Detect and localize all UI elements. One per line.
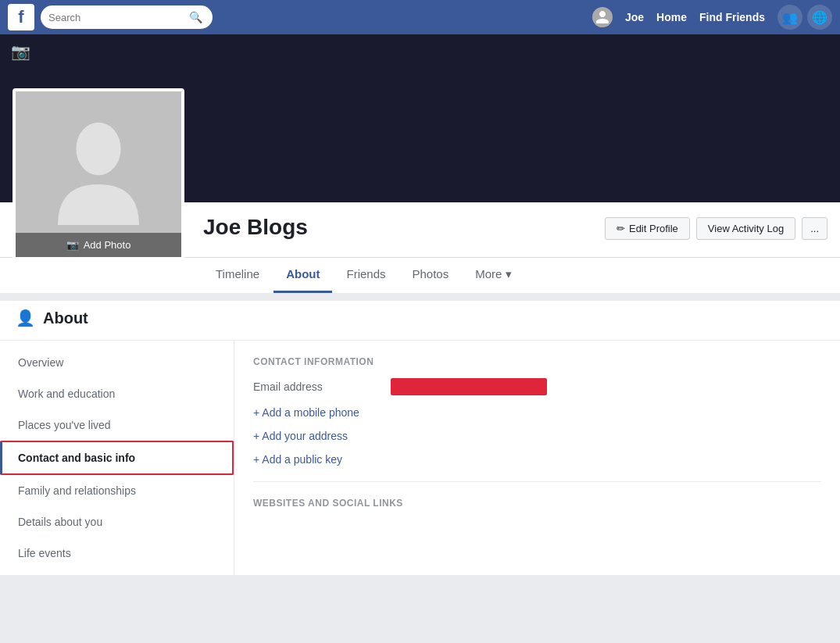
sidebar-item-family[interactable]: Family and relationships	[0, 475, 234, 506]
profile-section: 📷 Add Photo Joe Blogs ✏ Edit Profile Vie…	[0, 202, 840, 293]
profile-actions: ✏ Edit Profile View Activity Log ...	[605, 217, 827, 240]
more-options-button[interactable]: ...	[802, 217, 827, 240]
navbar: f 🔍 Joe Home Find Friends 👥 🌐	[0, 0, 840, 34]
avatar[interactable]	[592, 7, 613, 27]
add-address-link[interactable]: + Add your address	[253, 430, 821, 442]
friends-icon[interactable]: 👥	[777, 5, 802, 30]
tab-about[interactable]: About	[273, 258, 332, 293]
websites-section-label: WEBSITES AND SOCIAL LINKS	[253, 498, 821, 509]
section-divider-thin	[253, 481, 821, 482]
activity-log-label: View Activity Log	[708, 223, 784, 234]
nav-icons: 👥 🌐	[777, 5, 832, 30]
person-icon: 👤	[16, 309, 35, 327]
about-wrapper: 👤 About Overview Work and education Plac…	[0, 301, 840, 575]
about-header: 👤 About	[0, 301, 840, 341]
profile-info-bar: Joe Blogs ✏ Edit Profile View Activity L…	[0, 202, 840, 249]
search-bar: 🔍	[41, 5, 213, 29]
cover-camera-icon[interactable]: 📷	[11, 42, 30, 61]
add-mobile-link[interactable]: + Add a mobile phone	[253, 406, 821, 419]
tab-friends[interactable]: Friends	[334, 258, 398, 293]
contact-section-label: CONTACT INFORMATION	[253, 356, 821, 367]
navbar-right: Joe Home Find Friends 👥 🌐	[592, 5, 832, 30]
about-container: Overview Work and education Places you'v…	[0, 341, 840, 575]
dots-icon: ...	[810, 223, 819, 234]
about-sidebar: Overview Work and education Places you'v…	[0, 341, 234, 575]
tab-timeline[interactable]: Timeline	[203, 258, 272, 293]
navbar-home[interactable]: Home	[656, 11, 687, 23]
edit-profile-button[interactable]: ✏ Edit Profile	[605, 217, 690, 240]
add-key-link[interactable]: + Add a public key	[253, 453, 821, 466]
about-title: About	[43, 309, 88, 327]
tab-more[interactable]: More ▾	[463, 258, 524, 293]
activity-log-button[interactable]: View Activity Log	[696, 217, 795, 240]
pencil-icon: ✏	[617, 223, 625, 234]
tab-photos[interactable]: Photos	[400, 258, 462, 293]
search-input[interactable]	[48, 12, 189, 23]
edit-profile-label: Edit Profile	[629, 223, 678, 234]
sidebar-item-places[interactable]: Places you've lived	[0, 409, 234, 441]
navbar-find-friends[interactable]: Find Friends	[699, 11, 765, 23]
email-row: Email address	[253, 378, 821, 395]
search-icon: 🔍	[189, 11, 202, 23]
sidebar-item-life[interactable]: Life events	[0, 538, 234, 569]
about-content: CONTACT INFORMATION Email address + Add …	[234, 341, 840, 575]
facebook-logo[interactable]: f	[8, 4, 34, 30]
sidebar-item-overview[interactable]: Overview	[0, 347, 234, 378]
sidebar-item-work[interactable]: Work and education	[0, 378, 234, 409]
section-divider	[0, 293, 840, 301]
email-redacted	[391, 378, 547, 395]
globe-icon[interactable]: 🌐	[807, 5, 832, 30]
sidebar-item-contact[interactable]: Contact and basic info	[0, 441, 234, 475]
svg-point-0	[76, 123, 120, 176]
profile-tabs: Timeline About Friends Photos More ▾	[0, 257, 840, 293]
profile-name: Joe Blogs	[203, 215, 605, 240]
email-label: Email address	[253, 380, 378, 393]
sidebar-item-details[interactable]: Details about you	[0, 506, 234, 538]
navbar-username[interactable]: Joe	[625, 11, 644, 23]
